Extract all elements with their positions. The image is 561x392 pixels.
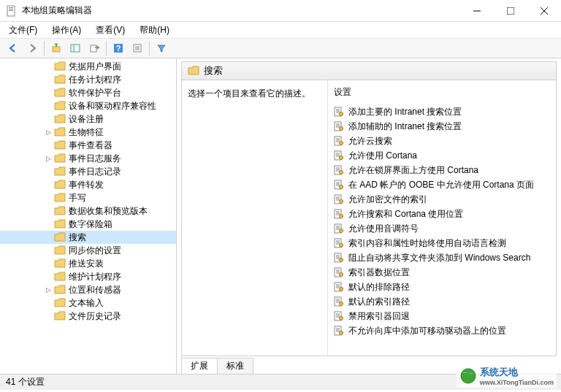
minimize-button[interactable] — [460, 0, 494, 22]
watermark-line1: 系统天地 — [480, 366, 554, 379]
tree-item[interactable]: ▷设备和驱动程序兼容性 — [0, 99, 176, 112]
setting-item[interactable]: 添加主要的 Intranet 搜索位置 — [328, 104, 556, 119]
svg-point-37 — [340, 156, 343, 160]
tree-item[interactable]: ▷事件查看器 — [0, 139, 176, 152]
menu-file[interactable]: 文件(F) — [6, 23, 40, 38]
show-hide-tree-button[interactable] — [66, 40, 84, 56]
properties-button[interactable] — [129, 40, 146, 56]
app-icon — [6, 5, 18, 17]
tree-item[interactable]: ▷生物特征 — [0, 126, 176, 139]
policy-icon — [334, 150, 344, 161]
folder-icon — [54, 272, 66, 282]
tree-item[interactable]: ▷搜索 — [0, 231, 176, 244]
tree-item[interactable]: ▷手写 — [0, 191, 176, 204]
up-button[interactable] — [47, 40, 65, 56]
setting-item[interactable]: 索引器数据位置 — [328, 265, 556, 280]
tab-extended[interactable]: 扩展 — [181, 358, 218, 374]
tree-item[interactable]: ▷维护计划程序 — [0, 270, 176, 283]
setting-item[interactable]: 允许加密文件的索引 — [328, 192, 556, 207]
setting-label: 阻止自动将共享文件夹添加到 Windows Search — [348, 252, 530, 264]
setting-item[interactable]: 允许云搜索 — [328, 134, 556, 148]
policy-icon — [334, 107, 344, 117]
svg-rect-3 — [9, 10, 13, 11]
setting-item[interactable]: 允许搜索和 Cortana 使用位置 — [328, 207, 556, 221]
expand-icon[interactable]: ▷ — [44, 128, 53, 137]
tree-pane[interactable]: ▷凭据用户界面▷任务计划程序▷软件保护平台▷设备和驱动程序兼容性▷设备注册▷生物… — [0, 58, 177, 374]
svg-point-82 — [340, 288, 343, 291]
setting-item[interactable]: 索引内容和属性时始终使用自动语言检测 — [328, 236, 556, 250]
back-button[interactable] — [4, 40, 22, 56]
expand-icon[interactable]: ▷ — [44, 154, 53, 163]
setting-item[interactable]: 允许使用音调符号 — [328, 221, 556, 236]
tree-item-label: 生物特征 — [69, 126, 104, 139]
toolbar-separator — [149, 41, 150, 55]
watermark-line2: www.XiTongTianDi.com — [480, 379, 554, 386]
help-button[interactable]: ? — [110, 40, 127, 56]
policy-icon — [334, 165, 344, 175]
menu-help[interactable]: 帮助(H) — [137, 23, 172, 38]
policy-icon — [334, 209, 344, 219]
setting-label: 不允许向库中添加可移动驱动器上的位置 — [348, 325, 506, 337]
tab-standard[interactable]: 标准 — [217, 358, 253, 374]
filter-button[interactable] — [153, 40, 170, 56]
svg-point-57 — [340, 215, 343, 218]
setting-label: 允许在锁屏界面上方使用 Cortana — [348, 164, 478, 177]
folder-icon — [54, 127, 66, 137]
setting-label: 索引器数据位置 — [348, 266, 410, 279]
folder-icon — [54, 140, 66, 150]
folder-icon — [54, 219, 66, 229]
folder-icon — [54, 114, 66, 124]
setting-item[interactable]: 允许在锁屏界面上方使用 Cortana — [328, 163, 556, 177]
setting-item[interactable]: 允许使用 Cortana — [328, 148, 556, 163]
menu-action[interactable]: 操作(A) — [49, 23, 84, 38]
tree-item-label: 文件历史记录 — [69, 310, 121, 323]
tree-item[interactable]: ▷任务计划程序 — [0, 73, 176, 86]
toolbar: ? — [0, 38, 561, 58]
maximize-button[interactable] — [494, 0, 527, 22]
export-button[interactable] — [85, 40, 103, 56]
tree-item[interactable]: ▷数据收集和预览版本 — [0, 204, 176, 218]
setting-item[interactable]: 在 AAD 帐户的 OOBE 中允许使用 Cortana 页面 — [328, 177, 556, 192]
tree-item-label: 任务计划程序 — [69, 74, 121, 86]
tree-item-label: 事件查看器 — [69, 139, 112, 152]
forward-button[interactable] — [23, 40, 41, 56]
setting-item[interactable]: 默认的排除路径 — [328, 280, 556, 294]
expand-icon[interactable]: ▷ — [44, 285, 53, 294]
tree-item[interactable]: ▷位置和传感器 — [0, 283, 176, 296]
menu-view[interactable]: 查看(V) — [93, 23, 128, 38]
setting-label: 允许加密文件的索引 — [348, 193, 427, 206]
setting-item[interactable]: 添加辅助的 Intranet 搜索位置 — [328, 119, 556, 134]
toolbar-separator — [44, 41, 45, 55]
setting-item[interactable]: 禁用索引器回退 — [328, 309, 556, 323]
list-pane: 搜索 选择一个项目来查看它的描述。 设置 添加主要的 Intranet 搜索位置… — [177, 58, 561, 374]
tree-item[interactable]: ▷事件日志服务 — [0, 152, 176, 165]
folder-icon — [54, 153, 66, 164]
tree-item-label: 手写 — [69, 192, 86, 204]
svg-point-32 — [340, 142, 343, 145]
close-button[interactable] — [527, 0, 561, 22]
tree-item[interactable]: ▷设备注册 — [0, 112, 176, 126]
setting-item[interactable]: 不允许向库中添加可移动驱动器上的位置 — [328, 323, 556, 338]
tree-item[interactable]: ▷文本输入 — [0, 296, 176, 310]
svg-rect-11 — [91, 45, 96, 52]
svg-rect-8 — [53, 47, 60, 52]
setting-label: 索引内容和属性时始终使用自动语言检测 — [348, 237, 506, 250]
setting-item[interactable]: 默认的索引路径 — [328, 294, 556, 309]
setting-label: 允许使用 Cortana — [348, 150, 417, 162]
tree-item[interactable]: ▷事件转发 — [0, 178, 176, 191]
tree-item[interactable]: ▷事件日志记录 — [0, 165, 176, 178]
policy-icon — [334, 253, 344, 263]
settings-column: 设置 添加主要的 Intranet 搜索位置添加辅助的 Intranet 搜索位… — [328, 80, 556, 356]
setting-item[interactable]: 阻止自动将共享文件夹添加到 Windows Search — [328, 250, 556, 265]
tree-item[interactable]: ▷数字保险箱 — [0, 218, 176, 231]
tree-item[interactable]: ▷推送安装 — [0, 257, 176, 270]
folder-icon — [54, 180, 66, 190]
tree-item[interactable]: ▷同步你的设置 — [0, 244, 176, 257]
tree-item[interactable]: ▷文件历史记录 — [0, 310, 176, 323]
tree-item-label: 事件日志记录 — [69, 166, 121, 178]
menubar: 文件(F) 操作(A) 查看(V) 帮助(H) — [0, 22, 561, 38]
tree-item[interactable]: ▷凭据用户界面 — [0, 60, 176, 73]
setting-label: 允许搜索和 Cortana 使用位置 — [348, 208, 463, 220]
tree-item[interactable]: ▷软件保护平台 — [0, 86, 176, 99]
policy-icon — [334, 136, 344, 146]
